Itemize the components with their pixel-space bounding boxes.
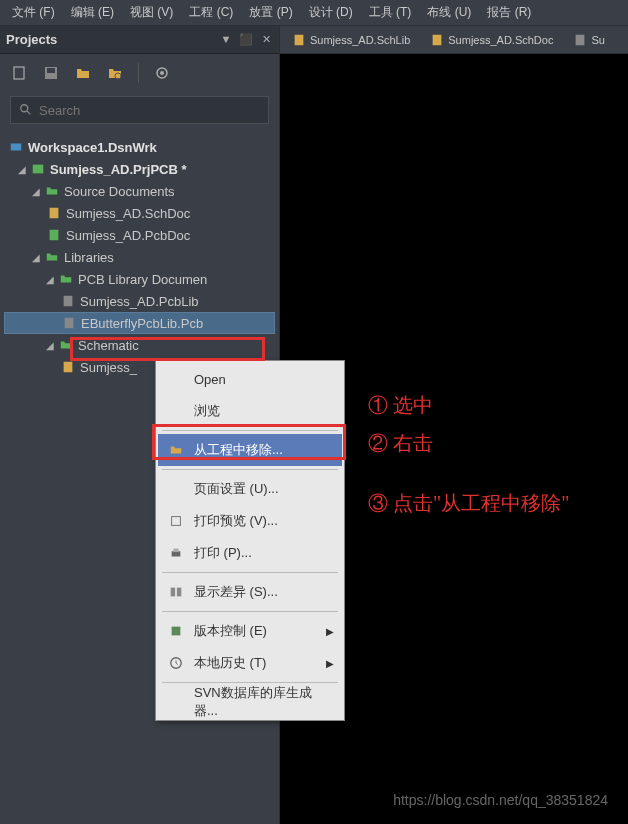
menu-remove[interactable]: 从工程中移除...: [158, 434, 342, 466]
menu-route[interactable]: 布线 (U): [419, 1, 479, 24]
panel-close-icon[interactable]: ✕: [259, 33, 273, 46]
versionctrl-icon: [166, 623, 186, 639]
folder-icon: [44, 183, 60, 199]
tree-project[interactable]: ◢ Sumjess_AD.PrjPCB *: [4, 158, 275, 180]
expand-icon[interactable]: ◢: [32, 252, 44, 263]
diff-icon: [166, 584, 186, 600]
tab-partial[interactable]: Su: [565, 29, 612, 51]
doc-icon: [573, 33, 587, 47]
preview-icon: [166, 513, 186, 529]
svg-rect-0: [14, 67, 24, 79]
menu-design[interactable]: 设计 (D): [301, 1, 361, 24]
history-icon: [166, 655, 186, 671]
folder-icon: [166, 442, 186, 458]
svg-rect-15: [295, 34, 304, 45]
panel-pin-icon[interactable]: ⬛: [239, 33, 253, 46]
svg-rect-18: [172, 517, 181, 526]
menu-show-diff[interactable]: 显示差异 (S)...: [158, 576, 342, 608]
svg-rect-11: [50, 230, 59, 241]
menu-version-ctrl[interactable]: 版本控制 (E) ▶: [158, 615, 342, 647]
watermark: https://blog.csdn.net/qq_38351824: [393, 792, 608, 808]
tree-pcblib-folder[interactable]: ◢ PCB Library Documen: [4, 268, 275, 290]
svg-rect-2: [47, 68, 55, 73]
menubar: 文件 (F) 编辑 (E) 视图 (V) 工程 (C) 放置 (P) 设计 (D…: [0, 0, 628, 26]
menu-edit[interactable]: 编辑 (E): [63, 1, 122, 24]
expand-icon[interactable]: ◢: [32, 186, 44, 197]
svg-point-5: [160, 71, 164, 75]
project-icon: [30, 161, 46, 177]
save-icon[interactable]: [42, 64, 60, 82]
context-menu: Open 浏览 从工程中移除... 页面设置 (U)... 打印预览 (V)..…: [155, 360, 345, 721]
folder-icon: [58, 337, 74, 353]
svg-rect-21: [171, 588, 175, 597]
menu-print-preview[interactable]: 打印预览 (V)...: [158, 505, 342, 537]
svg-rect-22: [177, 588, 181, 597]
tree-pcblib[interactable]: Sumjess_AD.PcbLib: [4, 290, 275, 312]
menu-browse[interactable]: 浏览: [158, 395, 342, 427]
menu-view[interactable]: 视图 (V): [122, 1, 181, 24]
svg-rect-20: [173, 549, 178, 553]
menu-file[interactable]: 文件 (F): [4, 1, 63, 24]
svg-rect-17: [576, 34, 585, 45]
menu-report[interactable]: 报告 (R): [479, 1, 539, 24]
submenu-arrow-icon: ▶: [326, 658, 334, 669]
search-input[interactable]: [39, 103, 260, 118]
panel-toolbar: [0, 54, 279, 92]
svg-rect-10: [50, 208, 59, 219]
tree-source-docs[interactable]: ◢ Source Documents: [4, 180, 275, 202]
workspace-icon: [8, 139, 24, 155]
expand-icon[interactable]: ◢: [46, 340, 58, 351]
expand-icon[interactable]: ◢: [46, 274, 58, 285]
svg-rect-23: [172, 627, 181, 636]
gear-icon[interactable]: [153, 64, 171, 82]
folder-search-icon[interactable]: [106, 64, 124, 82]
expand-icon[interactable]: ◢: [18, 164, 30, 175]
folder-icon: [58, 271, 74, 287]
tree-workspace[interactable]: Workspace1.DsnWrk: [4, 136, 275, 158]
folder-icon[interactable]: [74, 64, 92, 82]
tree-pcbdoc[interactable]: Sumjess_AD.PcbDoc: [4, 224, 275, 246]
svg-rect-8: [11, 144, 22, 151]
menu-tools[interactable]: 工具 (T): [361, 1, 420, 24]
svg-rect-12: [64, 296, 73, 307]
svg-rect-16: [433, 34, 442, 45]
panel-title: Projects: [6, 32, 57, 47]
pcbdoc-icon: [46, 227, 62, 243]
folder-icon: [44, 249, 60, 265]
schdoc-icon: [430, 33, 444, 47]
pcblib-icon: [60, 293, 76, 309]
svg-rect-14: [64, 362, 73, 373]
pcblib-icon: [61, 315, 77, 331]
schlib-icon: [60, 359, 76, 375]
schlib-icon: [292, 33, 306, 47]
svg-rect-9: [33, 165, 44, 174]
menu-svn-gen[interactable]: SVN数据库的库生成器...: [158, 686, 342, 718]
new-file-icon[interactable]: [10, 64, 28, 82]
tabs-row: Sumjess_AD.SchLib Sumjess_AD.SchDoc Su: [280, 26, 628, 54]
svg-rect-13: [65, 318, 74, 329]
menu-page-setup[interactable]: 页面设置 (U)...: [158, 473, 342, 505]
menu-place[interactable]: 放置 (P): [241, 1, 300, 24]
tree-libraries[interactable]: ◢ Libraries: [4, 246, 275, 268]
search-icon: [19, 103, 33, 117]
printer-icon: [166, 545, 186, 561]
menu-print[interactable]: 打印 (P)...: [158, 537, 342, 569]
svg-line-7: [27, 111, 31, 115]
tab-schdoc[interactable]: Sumjess_AD.SchDoc: [422, 29, 561, 51]
tree-butterfly[interactable]: EButterflyPcbLib.Pcb: [4, 312, 275, 334]
tab-schlib[interactable]: Sumjess_AD.SchLib: [284, 29, 418, 51]
tree-schdoc[interactable]: Sumjess_AD.SchDoc: [4, 202, 275, 224]
svg-point-6: [21, 105, 28, 112]
menu-local-history[interactable]: 本地历史 (T) ▶: [158, 647, 342, 679]
panel-dropdown-icon[interactable]: ▼: [219, 33, 233, 46]
menu-project[interactable]: 工程 (C): [181, 1, 241, 24]
menu-open[interactable]: Open: [158, 363, 342, 395]
tree-schematic[interactable]: ◢ Schematic: [4, 334, 275, 356]
search-box[interactable]: [10, 96, 269, 124]
schdoc-icon: [46, 205, 62, 221]
submenu-arrow-icon: ▶: [326, 626, 334, 637]
